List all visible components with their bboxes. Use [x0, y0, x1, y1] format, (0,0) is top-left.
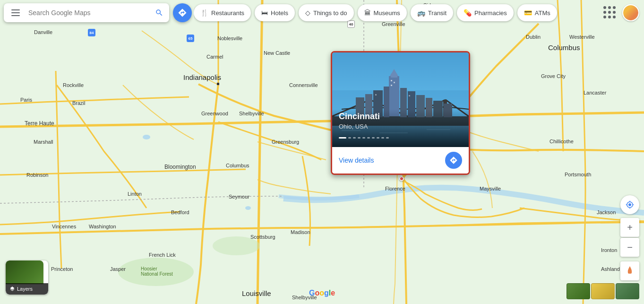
hamburger-line-2: [11, 12, 20, 13]
category-label-atms: ATMs: [535, 9, 550, 17]
apps-dot: [603, 16, 606, 18]
zoom-out-button[interactable]: −: [620, 238, 639, 257]
category-label-restaurants: Restaurants: [211, 9, 244, 17]
apps-dot: [608, 6, 611, 9]
svg-point-2: [213, 236, 260, 255]
popup-directions-button[interactable]: [445, 152, 462, 169]
hamburger-line-3: [11, 15, 20, 16]
category-chip-atms[interactable]: 💳 ATMs: [517, 4, 557, 21]
map-background[interactable]: Indianapolis Columbus Louisville Bloomin…: [0, 0, 644, 304]
category-label-transit: Transit: [428, 9, 447, 17]
svg-rect-36: [394, 82, 395, 83]
top-right-controls: [601, 0, 644, 26]
apps-dot: [603, 11, 606, 14]
city-dot-indianapolis: [217, 83, 219, 85]
transit-icon: 🚌: [417, 9, 425, 17]
google-logo: G o o g l e: [309, 289, 335, 297]
directions-button[interactable]: [173, 3, 192, 22]
layers-text: Layers: [17, 286, 33, 292]
map-roads: [0, 0, 644, 304]
svg-point-3: [143, 135, 150, 139]
apps-dot: [613, 16, 616, 18]
apps-dot: [608, 16, 611, 18]
svg-rect-20: [391, 74, 397, 78]
route-badge-165: 65: [187, 35, 194, 42]
svg-rect-38: [375, 94, 377, 96]
restaurants-icon: 🍴: [200, 9, 208, 17]
map-pin-cincinnati: [399, 176, 404, 181]
category-chip-restaurants[interactable]: 🍴 Restaurants: [194, 4, 251, 21]
terrain-thumb-satellite[interactable]: [567, 283, 590, 299]
svg-point-1: [118, 258, 194, 286]
category-label-things-to-do: Things to do: [313, 9, 347, 17]
category-chip-museums[interactable]: 🏛 Museums: [358, 4, 407, 21]
layers-icon: [9, 286, 15, 292]
category-bar: 🍴 Restaurants 🛏 Hotels ◇ Things to do 🏛 …: [194, 0, 587, 26]
search-container: [4, 3, 169, 22]
layers-button[interactable]: Layers: [6, 261, 48, 295]
svg-rect-37: [391, 85, 392, 86]
things-to-do-icon: ◇: [305, 9, 310, 17]
avatar-image: [623, 5, 638, 20]
atms-icon: 💳: [524, 9, 532, 17]
category-label-hotels: Hotels: [271, 9, 288, 17]
category-chip-pharmacies[interactable]: 💊 Pharmacies: [457, 4, 514, 21]
apps-button[interactable]: [601, 4, 618, 21]
apps-dot: [608, 11, 611, 14]
directions-icon: [449, 156, 458, 165]
popup-city-name: Cincinnati: [339, 112, 380, 122]
svg-rect-39: [409, 95, 410, 96]
category-chip-hotels[interactable]: 🛏 Hotels: [255, 4, 295, 21]
svg-point-4: [245, 206, 251, 210]
layers-label-container: Layers: [6, 283, 48, 295]
svg-point-41: [629, 268, 630, 269]
terrain-thumbnails[interactable]: [567, 283, 639, 299]
popup-image[interactable]: Cincinnati Ohio, USA: [332, 52, 469, 147]
category-chip-transit[interactable]: 🚌 Transit: [411, 4, 453, 21]
museums-icon: 🏛: [364, 9, 371, 17]
location-icon: [626, 200, 634, 209]
apps-dot: [613, 11, 616, 14]
search-input[interactable]: [28, 9, 151, 17]
map-controls: + −: [620, 218, 639, 257]
pharmacies-icon: 💊: [464, 9, 472, 17]
terrain-thumb-hybrid[interactable]: [616, 283, 639, 299]
search-icon[interactable]: [155, 9, 163, 17]
user-avatar[interactable]: [622, 4, 639, 21]
my-location-button[interactable]: [620, 195, 639, 214]
street-view-icon: [625, 266, 635, 276]
apps-dot: [613, 6, 616, 9]
layers-thumbnail: [6, 261, 43, 284]
popup-state: Ohio, USA: [339, 123, 368, 130]
hamburger-line-1: [11, 9, 20, 10]
popup-image-dots: [339, 137, 389, 139]
terrain-thumb-default[interactable]: [591, 283, 615, 299]
zoom-in-button[interactable]: +: [620, 218, 639, 237]
category-label-museums: Museums: [374, 9, 400, 17]
street-view-button[interactable]: [620, 261, 639, 280]
category-chip-things-to-do[interactable]: ◇ Things to do: [299, 4, 354, 21]
popup-footer: View details: [332, 147, 469, 174]
hamburger-menu-button[interactable]: [9, 5, 25, 20]
cincinnati-popup: Cincinnati Ohio, USA View details: [331, 51, 470, 175]
svg-rect-35: [391, 80, 392, 81]
apps-dot: [603, 6, 606, 9]
view-details-button[interactable]: View details: [339, 156, 374, 164]
route-badge-184: 84: [88, 29, 95, 36]
svg-rect-0: [0, 0, 644, 304]
category-label-pharmacies: Pharmacies: [474, 9, 507, 17]
hotels-icon: 🛏: [261, 9, 268, 17]
